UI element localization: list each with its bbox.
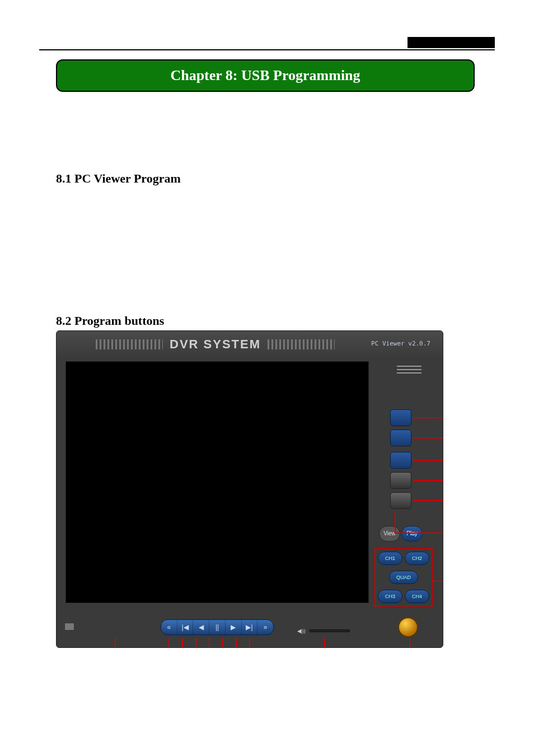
app-body: View Play CH1 CH2 QUAD CH3 CH4 [57, 358, 443, 647]
channel-group: CH1 CH2 QUAD CH3 CH4 [374, 548, 433, 606]
disk-indicator-icon [64, 623, 74, 631]
video-viewport [65, 361, 369, 603]
transport-bar: « |◀ ◀ || ▶ ▶| » [161, 619, 274, 635]
power-button[interactable] [398, 617, 418, 637]
callout-line [414, 460, 443, 461]
titlebar-texture-right [268, 339, 335, 349]
pc-viewer-screenshot: DVR SYSTEM PC Viewer v2.0.7 View Play CH… [56, 330, 443, 648]
prev-frame-button[interactable]: |◀ [177, 620, 194, 634]
view-mode-button[interactable]: View [379, 526, 400, 542]
side-toolbar: View Play CH1 CH2 QUAD CH3 CH4 [376, 358, 443, 647]
mode-toggle: View Play [379, 526, 423, 542]
fast-forward-button[interactable]: » [257, 620, 273, 634]
volume-slider-track[interactable] [310, 629, 350, 632]
chapter-title: Chapter 8: USB Programming [170, 67, 360, 84]
step-back-button[interactable]: ◀ [193, 620, 209, 634]
next-frame-button[interactable]: ▶| [242, 620, 258, 634]
rewind-button[interactable]: « [161, 620, 177, 634]
section-8-1-heading: 8.1 PC Viewer Program [56, 171, 181, 186]
callout-line [414, 437, 443, 438]
callout-line [395, 511, 396, 534]
channel-1-button[interactable]: CH1 [378, 552, 402, 565]
manual-page: Chapter 8: USB Programming 8.1 PC Viewer… [0, 0, 534, 756]
chapter-banner: Chapter 8: USB Programming [56, 59, 475, 92]
play-button[interactable]: ▶ [226, 620, 242, 634]
volume-control[interactable]: ◀)) [297, 625, 353, 632]
callout-ticks [168, 638, 250, 648]
app-version-label: PC Viewer v2.0.7 [371, 340, 430, 347]
open-folder-button[interactable] [390, 492, 411, 509]
callout-line [396, 533, 443, 534]
callout-line [414, 480, 443, 481]
callout-line [414, 417, 443, 418]
capture-button[interactable] [390, 430, 411, 446]
play-mode-button[interactable]: Play [401, 526, 423, 542]
section-8-2-heading: 8.2 Program buttons [56, 314, 164, 328]
callout-line [324, 638, 325, 648]
app-titlebar: DVR SYSTEM PC Viewer v2.0.7 [57, 331, 443, 358]
pause-button[interactable]: || [209, 620, 226, 634]
callout-line [409, 638, 410, 648]
record-button[interactable] [390, 452, 411, 469]
channel-3-button[interactable]: CH3 [378, 590, 402, 603]
callout-line [414, 500, 443, 501]
titlebar-texture-left [96, 339, 163, 349]
header-rule [39, 49, 495, 50]
callout-line [433, 581, 443, 582]
header-redaction-bar [407, 37, 495, 48]
channel-4-button[interactable]: CH4 [405, 590, 429, 603]
quad-view-button[interactable]: QUAD [389, 571, 418, 584]
channel-2-button[interactable]: CH2 [405, 552, 429, 565]
settings-button[interactable] [390, 472, 411, 489]
callout-line [115, 638, 116, 648]
app-title: DVR SYSTEM [170, 337, 261, 352]
connect-button[interactable] [390, 409, 411, 426]
grip-icon [397, 366, 421, 376]
speaker-icon: ◀)) [297, 628, 304, 634]
